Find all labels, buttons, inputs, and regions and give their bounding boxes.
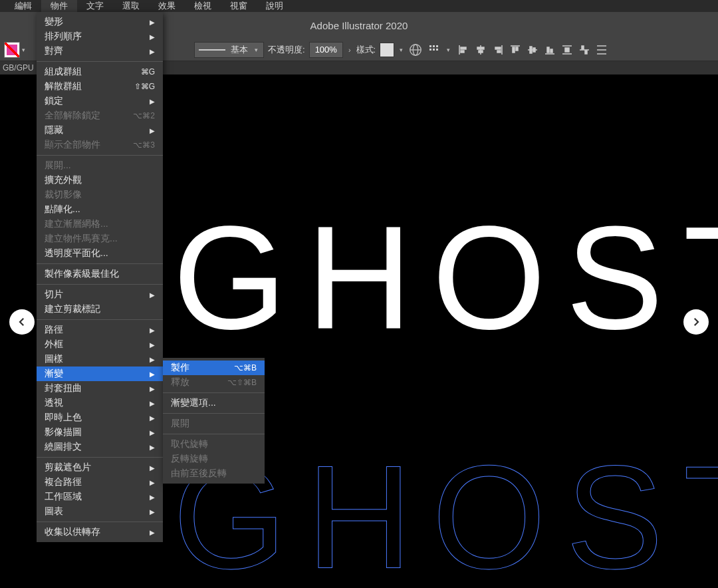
style-swatch[interactable] [380,43,394,57]
object-menu-item[interactable]: 圖樣▶ [37,352,163,367]
object-menu-item: 建立物件馬賽克... [37,231,163,246]
object-menu-item[interactable]: 變形▶ [37,15,163,29]
align-bottom-button[interactable] [542,42,558,58]
svg-rect-17 [497,51,501,53]
object-menu-item[interactable]: 透視▶ [37,396,163,410]
opacity-label: 不透明度: [268,44,305,56]
object-menu-item: 建立漸層網格... [37,217,163,231]
object-menu-item[interactable]: 路徑▶ [37,323,163,337]
menu-item-label: 裁切影像 [45,189,82,201]
object-menu-item[interactable]: 收集以供轉存▶ [37,525,163,539]
object-menu-item[interactable]: 建立剪裁標記 [37,302,163,317]
align-right-button[interactable] [490,42,506,58]
object-menu-item[interactable]: 擴充外觀 [37,173,163,188]
menu-type[interactable]: 文字 [77,0,113,13]
menu-item-label: 建立剪裁標記 [45,303,100,315]
object-menu-item[interactable]: 點陣化... [37,202,163,217]
menu-separator [37,61,163,62]
menu-shortcut: ⌥⌘2 [133,111,155,120]
submenu-arrow-icon: ▶ [150,341,155,349]
object-menu-item[interactable]: 解散群組⇧⌘G [37,79,163,94]
submenu-arrow-icon: ▶ [150,356,155,363]
object-menu-item: 裁切影像 [37,188,163,202]
menu-item-label: 變形 [45,16,63,28]
object-menu-item[interactable]: 繞圖排文▶ [37,440,163,454]
menu-effect[interactable]: 效果 [149,0,185,13]
submenu-arrow-icon: ▶ [150,429,155,436]
globe-icon[interactable] [408,43,423,57]
menu-edit[interactable]: 編輯 [5,0,41,13]
next-button[interactable] [683,309,709,335]
align-top-button[interactable] [507,42,523,58]
align-hcenter-button[interactable] [473,42,489,58]
menu-item-label: 隱藏 [45,124,63,136]
fill-swatch-group[interactable]: ▾ [4,42,27,58]
object-menu-item[interactable]: 圖表▶ [37,504,163,519]
app-title: Adobe Illustrator 2020 [310,20,408,31]
blend-submenu-item[interactable]: 漸變選項... [163,396,265,410]
svg-rect-4 [433,45,435,47]
align-vcenter-button[interactable] [525,42,540,58]
object-menu-item[interactable]: 鎖定▶ [37,94,163,108]
object-menu-item[interactable]: 隱藏▶ [37,123,163,138]
submenu-arrow-icon: ▶ [150,33,155,41]
menu-item-label: 切片 [45,289,63,301]
align-panel-icon[interactable] [427,43,441,57]
stroke-preview-icon [199,49,225,51]
opacity-input[interactable]: 100% [309,42,343,58]
menu-object[interactable]: 物件 [41,0,77,13]
object-menu-item[interactable]: 外框▶ [37,337,163,352]
object-menu-item[interactable]: 封套扭曲▶ [37,381,163,396]
object-menu-item[interactable]: 排列順序▶ [37,29,163,44]
artwork-text-ghost-fill[interactable]: GHOST [173,194,718,363]
menu-item-label: 即時上色 [45,412,82,424]
menu-select[interactable]: 選取 [113,0,149,13]
menu-item-label: 建立物件馬賽克... [45,233,118,245]
distribute-h-button[interactable] [559,42,575,58]
align-left-button[interactable] [455,42,471,58]
object-menu-item[interactable]: 即時上色▶ [37,410,163,425]
blend-submenu-item: 取代旋轉 [163,437,265,452]
menu-item-label: 工作區域 [45,491,82,503]
object-menu-item[interactable]: 製作像素級最佳化 [37,267,163,281]
menu-window[interactable]: 視窗 [221,0,257,13]
svg-rect-5 [436,45,438,47]
document-tab[interactable]: GB/GPU [3,63,34,73]
object-menu-item[interactable]: 漸變▶ [37,367,163,381]
object-menu-item[interactable]: 工作區域▶ [37,490,163,504]
svg-rect-16 [495,47,501,49]
submenu-arrow-icon: ▶ [150,529,155,536]
fill-swatch[interactable] [4,42,20,58]
menu-help[interactable]: 說明 [257,0,293,13]
prev-button[interactable] [9,309,35,335]
submenu-arrow-icon: ▶ [150,400,155,407]
stroke-style-dropdown[interactable]: 基本 ▾ [194,42,264,58]
object-menu-item: 顯示全部物件⌥⌘3 [37,138,163,152]
menu-view[interactable]: 檢視 [185,0,221,13]
stroke-label: 基本 [231,44,248,56]
distribute-v-button[interactable] [576,42,592,58]
object-menu-item[interactable]: 組成群組⌘G [37,65,163,79]
object-menu-item[interactable]: 切片▶ [37,287,163,302]
submenu-arrow-icon: ▶ [150,494,155,501]
object-menu-item[interactable]: 剪裁遮色片▶ [37,460,163,475]
submenu-arrow-icon: ▶ [150,48,155,55]
svg-rect-29 [565,48,569,52]
object-menu-item[interactable]: 複合路徑▶ [37,475,163,490]
object-menu-item[interactable]: 影像描圖▶ [37,425,163,440]
menu-separator [37,284,163,285]
blend-submenu-item: 展開 [163,416,265,431]
object-menu-item[interactable]: 透明度平面化... [37,246,163,261]
chevron-down-icon: ▾ [445,47,451,53]
blend-submenu-item[interactable]: 製作⌥⌘B [163,361,265,375]
submenu-arrow-icon: ▶ [150,444,155,451]
distribute-v2-button[interactable] [594,42,610,58]
menu-item-label: 封套扭曲 [45,382,82,394]
menu-item-label: 影像描圖 [45,426,82,438]
menu-item-label: 擴充外觀 [45,174,82,186]
menu-item-label: 反轉旋轉 [171,453,208,465]
object-menu-item[interactable]: 對齊▶ [37,44,163,59]
menu-item-label: 圖表 [45,506,63,517]
blend-submenu-item: 釋放⌥⇧⌘B [163,375,265,390]
chevron-right-icon[interactable]: › [347,46,352,54]
